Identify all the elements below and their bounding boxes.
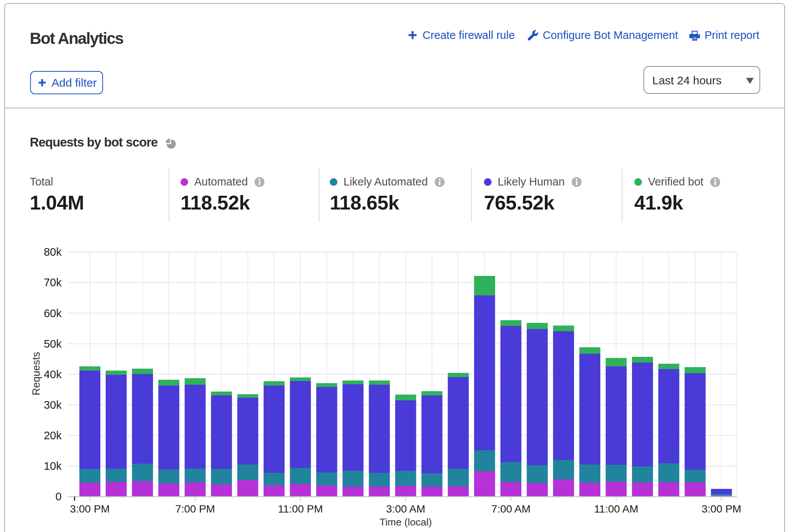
svg-text:40k: 40k bbox=[44, 368, 62, 380]
svg-text:50k: 50k bbox=[44, 338, 62, 350]
svg-text:11:00 AM: 11:00 AM bbox=[594, 503, 638, 515]
svg-text:60k: 60k bbox=[44, 307, 62, 319]
svg-text:7:00 AM: 7:00 AM bbox=[491, 503, 530, 515]
svg-text:Requests: Requests bbox=[31, 352, 42, 395]
svg-text:7:00 PM: 7:00 PM bbox=[175, 503, 215, 515]
svg-text:80k: 80k bbox=[44, 246, 62, 258]
svg-text:3:00 AM: 3:00 AM bbox=[386, 503, 426, 515]
svg-text:3:00 PM: 3:00 PM bbox=[701, 503, 741, 515]
svg-text:70k: 70k bbox=[44, 276, 62, 289]
svg-text:3:00 PM: 3:00 PM bbox=[70, 503, 110, 515]
svg-text:0: 0 bbox=[55, 490, 61, 503]
svg-text:Time (local): Time (local) bbox=[379, 516, 432, 528]
svg-text:10k: 10k bbox=[44, 460, 62, 472]
svg-text:11:00 PM: 11:00 PM bbox=[278, 503, 323, 515]
svg-text:30k: 30k bbox=[44, 399, 62, 411]
svg-text:20k: 20k bbox=[44, 429, 62, 442]
